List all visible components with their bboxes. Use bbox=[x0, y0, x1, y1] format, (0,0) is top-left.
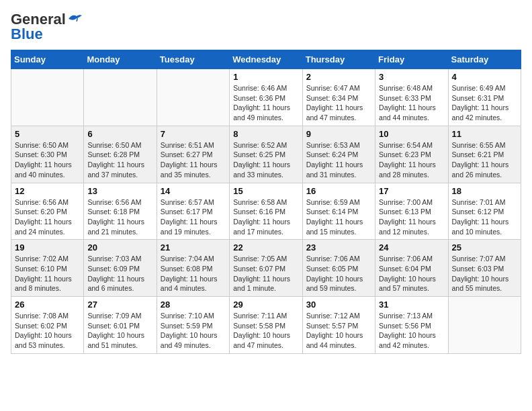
day-number: 4 bbox=[452, 72, 517, 82]
day-info: Sunrise: 6:59 AMSunset: 6:14 PMDaylight:… bbox=[306, 197, 371, 237]
day-number: 25 bbox=[452, 242, 517, 253]
day-info: Sunrise: 7:06 AMSunset: 6:05 PMDaylight:… bbox=[306, 254, 371, 293]
day-number: 27 bbox=[87, 300, 152, 310]
day-number: 11 bbox=[452, 129, 517, 139]
calendar-cell: 31Sunrise: 7:13 AMSunset: 5:56 PMDayligh… bbox=[375, 297, 448, 354]
col-header-wednesday: Wednesday bbox=[230, 50, 302, 69]
logo-bird-icon bbox=[67, 13, 82, 24]
calendar-cell: 6Sunrise: 6:50 AMSunset: 6:28 PMDaylight… bbox=[84, 126, 157, 183]
logo: General Blue bbox=[11, 11, 82, 43]
day-info: Sunrise: 7:06 AMSunset: 6:04 PMDaylight:… bbox=[379, 254, 444, 293]
calendar-cell: 17Sunrise: 7:00 AMSunset: 6:13 PMDayligh… bbox=[375, 183, 448, 240]
day-number: 29 bbox=[233, 300, 298, 310]
calendar-week-row: 12Sunrise: 6:56 AMSunset: 6:20 PMDayligh… bbox=[11, 183, 521, 240]
col-header-saturday: Saturday bbox=[448, 50, 521, 69]
day-info: Sunrise: 7:00 AMSunset: 6:13 PMDaylight:… bbox=[379, 197, 444, 237]
calendar-cell: 3Sunrise: 6:48 AMSunset: 6:33 PMDaylight… bbox=[375, 69, 448, 126]
calendar-cell: 4Sunrise: 6:49 AMSunset: 6:31 PMDaylight… bbox=[448, 69, 521, 126]
day-number: 12 bbox=[15, 186, 80, 196]
calendar-cell: 27Sunrise: 7:09 AMSunset: 6:01 PMDayligh… bbox=[84, 297, 157, 354]
day-info: Sunrise: 7:11 AMSunset: 5:58 PMDaylight:… bbox=[233, 311, 298, 351]
calendar-cell: 8Sunrise: 6:52 AMSunset: 6:25 PMDaylight… bbox=[230, 126, 302, 183]
page-header: General Blue bbox=[11, 11, 521, 43]
calendar-week-row: 26Sunrise: 7:08 AMSunset: 6:02 PMDayligh… bbox=[11, 297, 521, 354]
calendar-cell: 21Sunrise: 7:04 AMSunset: 6:08 PMDayligh… bbox=[157, 240, 229, 297]
day-info: Sunrise: 6:55 AMSunset: 6:21 PMDaylight:… bbox=[452, 140, 517, 180]
day-number: 31 bbox=[379, 300, 444, 310]
day-info: Sunrise: 7:02 AMSunset: 6:10 PMDaylight:… bbox=[15, 254, 80, 293]
day-number: 19 bbox=[15, 242, 80, 253]
day-number: 3 bbox=[379, 72, 444, 82]
day-number: 7 bbox=[161, 129, 226, 139]
day-info: Sunrise: 7:10 AMSunset: 5:59 PMDaylight:… bbox=[161, 311, 226, 351]
calendar-week-row: 5Sunrise: 6:50 AMSunset: 6:30 PMDaylight… bbox=[11, 126, 521, 183]
day-number: 6 bbox=[87, 129, 152, 139]
calendar-cell: 24Sunrise: 7:06 AMSunset: 6:04 PMDayligh… bbox=[375, 240, 448, 297]
day-info: Sunrise: 6:52 AMSunset: 6:25 PMDaylight:… bbox=[233, 140, 298, 180]
col-header-friday: Friday bbox=[375, 50, 448, 69]
day-info: Sunrise: 6:47 AMSunset: 6:34 PMDaylight:… bbox=[306, 83, 371, 123]
day-number: 28 bbox=[161, 300, 226, 310]
calendar-cell: 29Sunrise: 7:11 AMSunset: 5:58 PMDayligh… bbox=[230, 297, 302, 354]
calendar-cell: 20Sunrise: 7:03 AMSunset: 6:09 PMDayligh… bbox=[84, 240, 157, 297]
calendar-cell: 26Sunrise: 7:08 AMSunset: 6:02 PMDayligh… bbox=[11, 297, 84, 354]
calendar-cell: 28Sunrise: 7:10 AMSunset: 5:59 PMDayligh… bbox=[157, 297, 229, 354]
day-number: 21 bbox=[161, 242, 226, 253]
day-info: Sunrise: 7:13 AMSunset: 5:56 PMDaylight:… bbox=[379, 311, 444, 351]
day-info: Sunrise: 6:57 AMSunset: 6:17 PMDaylight:… bbox=[161, 197, 226, 237]
day-info: Sunrise: 7:08 AMSunset: 6:02 PMDaylight:… bbox=[15, 311, 80, 351]
day-number: 22 bbox=[233, 242, 298, 253]
calendar-cell: 14Sunrise: 6:57 AMSunset: 6:17 PMDayligh… bbox=[157, 183, 229, 240]
day-number: 8 bbox=[233, 129, 298, 139]
day-number: 23 bbox=[306, 242, 371, 253]
day-number: 1 bbox=[233, 72, 298, 82]
day-number: 26 bbox=[15, 300, 80, 310]
day-number: 9 bbox=[306, 129, 371, 139]
day-info: Sunrise: 7:05 AMSunset: 6:07 PMDaylight:… bbox=[233, 254, 298, 293]
calendar-cell bbox=[448, 297, 521, 354]
calendar-cell bbox=[157, 69, 229, 126]
day-info: Sunrise: 6:58 AMSunset: 6:16 PMDaylight:… bbox=[233, 197, 298, 237]
day-info: Sunrise: 7:04 AMSunset: 6:08 PMDaylight:… bbox=[161, 254, 226, 293]
day-info: Sunrise: 6:49 AMSunset: 6:31 PMDaylight:… bbox=[452, 83, 517, 123]
day-info: Sunrise: 6:48 AMSunset: 6:33 PMDaylight:… bbox=[379, 83, 444, 123]
calendar-cell bbox=[11, 69, 84, 126]
calendar-cell: 18Sunrise: 7:01 AMSunset: 6:12 PMDayligh… bbox=[448, 183, 521, 240]
calendar-cell: 19Sunrise: 7:02 AMSunset: 6:10 PMDayligh… bbox=[11, 240, 84, 297]
day-info: Sunrise: 7:03 AMSunset: 6:09 PMDaylight:… bbox=[87, 254, 152, 293]
calendar-cell: 1Sunrise: 6:46 AMSunset: 6:36 PMDaylight… bbox=[230, 69, 302, 126]
day-info: Sunrise: 7:07 AMSunset: 6:03 PMDaylight:… bbox=[452, 254, 517, 293]
calendar-cell: 22Sunrise: 7:05 AMSunset: 6:07 PMDayligh… bbox=[230, 240, 302, 297]
day-number: 18 bbox=[452, 186, 517, 196]
calendar-cell: 5Sunrise: 6:50 AMSunset: 6:30 PMDaylight… bbox=[11, 126, 84, 183]
day-info: Sunrise: 7:01 AMSunset: 6:12 PMDaylight:… bbox=[452, 197, 517, 237]
day-number: 30 bbox=[306, 300, 371, 310]
calendar-table: SundayMondayTuesdayWednesdayThursdayFrid… bbox=[11, 50, 521, 354]
day-number: 15 bbox=[233, 186, 298, 196]
day-number: 10 bbox=[379, 129, 444, 139]
day-info: Sunrise: 6:56 AMSunset: 6:18 PMDaylight:… bbox=[87, 197, 152, 237]
day-info: Sunrise: 6:51 AMSunset: 6:27 PMDaylight:… bbox=[161, 140, 226, 180]
calendar-cell: 11Sunrise: 6:55 AMSunset: 6:21 PMDayligh… bbox=[448, 126, 521, 183]
col-header-sunday: Sunday bbox=[11, 50, 84, 69]
day-info: Sunrise: 6:56 AMSunset: 6:20 PMDaylight:… bbox=[15, 197, 80, 237]
calendar-cell: 13Sunrise: 6:56 AMSunset: 6:18 PMDayligh… bbox=[84, 183, 157, 240]
calendar-cell: 23Sunrise: 7:06 AMSunset: 6:05 PMDayligh… bbox=[302, 240, 375, 297]
calendar-cell: 12Sunrise: 6:56 AMSunset: 6:20 PMDayligh… bbox=[11, 183, 84, 240]
calendar-cell: 25Sunrise: 7:07 AMSunset: 6:03 PMDayligh… bbox=[448, 240, 521, 297]
calendar-cell: 16Sunrise: 6:59 AMSunset: 6:14 PMDayligh… bbox=[302, 183, 375, 240]
day-number: 13 bbox=[87, 186, 152, 196]
logo-blue: Blue bbox=[11, 26, 43, 43]
calendar-header-row: SundayMondayTuesdayWednesdayThursdayFrid… bbox=[11, 50, 521, 69]
calendar-cell: 10Sunrise: 6:54 AMSunset: 6:23 PMDayligh… bbox=[375, 126, 448, 183]
day-number: 24 bbox=[379, 242, 444, 253]
day-info: Sunrise: 6:54 AMSunset: 6:23 PMDaylight:… bbox=[379, 140, 444, 180]
calendar-cell: 15Sunrise: 6:58 AMSunset: 6:16 PMDayligh… bbox=[230, 183, 302, 240]
day-info: Sunrise: 7:09 AMSunset: 6:01 PMDaylight:… bbox=[87, 311, 152, 351]
calendar-cell bbox=[84, 69, 157, 126]
day-number: 16 bbox=[306, 186, 371, 196]
calendar-week-row: 1Sunrise: 6:46 AMSunset: 6:36 PMDaylight… bbox=[11, 69, 521, 126]
day-number: 14 bbox=[161, 186, 226, 196]
col-header-thursday: Thursday bbox=[302, 50, 375, 69]
day-number: 5 bbox=[15, 129, 80, 139]
